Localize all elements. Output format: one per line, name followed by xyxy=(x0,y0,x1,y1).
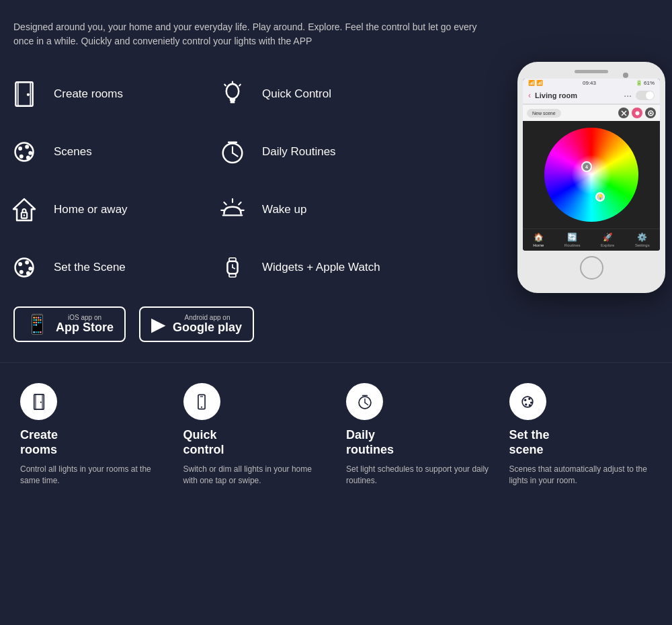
android-google-play-button[interactable]: ▶ Android app on Google play xyxy=(139,306,254,342)
svg-point-43 xyxy=(650,112,652,114)
svg-rect-4 xyxy=(230,99,235,101)
bottom-daily-routines: Daily routines Set light schedules to su… xyxy=(339,376,496,493)
svg-line-38 xyxy=(233,267,235,269)
phone-tab-explore[interactable]: 🚀 Explore xyxy=(601,233,614,247)
phone-home-button[interactable] xyxy=(580,256,603,280)
phone-wheel-dot-light: 💡 xyxy=(595,192,605,202)
svg-point-32 xyxy=(19,270,24,274)
phone-screen: 📶 📶 09:43 🔋 61% ‹ Living room ··· New sc… xyxy=(523,79,660,251)
svg-line-8 xyxy=(239,85,241,86)
svg-line-24 xyxy=(224,202,226,204)
bottom-section: Create rooms Control all lights in your … xyxy=(0,362,672,507)
palette-icon xyxy=(7,134,42,169)
bottom-quick-control-title: Quick control xyxy=(183,428,224,457)
svg-point-14 xyxy=(26,155,30,159)
svg-point-56 xyxy=(528,397,530,399)
feature-set-the-scene: Set the Scene xyxy=(7,242,202,293)
bottom-quick-control: Quick control Switch or dim all lights i… xyxy=(177,376,333,493)
svg-point-46 xyxy=(40,401,41,403)
svg-line-17 xyxy=(233,153,238,157)
svg-point-31 xyxy=(28,267,32,271)
door-icon xyxy=(7,77,42,112)
phone-toggle[interactable] xyxy=(636,91,655,100)
svg-point-13 xyxy=(19,155,24,159)
ios-phone-icon: 📱 xyxy=(26,313,49,335)
svg-rect-36 xyxy=(229,274,236,277)
phone-tab-routines[interactable]: 🔄 Routines xyxy=(564,233,581,247)
watch-icon xyxy=(215,250,250,285)
bottom-clock-icon xyxy=(346,383,383,420)
svg-point-55 xyxy=(524,399,526,401)
feature-daily-routines-label: Daily Routines xyxy=(262,145,336,159)
android-icon: ▶ xyxy=(151,313,166,335)
phone-tabs: 🏠 Home 🔄 Routines 🚀 Explore ⚙️ Settings xyxy=(523,228,660,251)
bottom-set-scene-title: Set the scene xyxy=(509,428,550,457)
feature-scenes-label: Scenes xyxy=(54,145,92,159)
svg-point-10 xyxy=(18,147,22,151)
phone-camera xyxy=(623,73,628,78)
svg-point-33 xyxy=(26,271,30,275)
svg-line-52 xyxy=(365,403,368,405)
bottom-quick-control-desc: Switch or dim all lights in your home wi… xyxy=(183,464,327,487)
phone-wheel-dot-4: 4 xyxy=(581,161,592,172)
bottom-create-rooms-title: Create rooms xyxy=(20,428,58,457)
palette2-icon xyxy=(7,250,42,285)
android-main-label: Google play xyxy=(173,321,242,335)
feature-widgets-apple-watch: Widgets + Apple Watch xyxy=(215,242,410,293)
svg-point-41 xyxy=(635,111,639,115)
bulb-icon xyxy=(215,77,250,112)
feature-set-the-scene-label: Set the Scene xyxy=(54,261,126,274)
phone-new-scene-btn[interactable]: New scene xyxy=(527,109,561,118)
svg-point-3 xyxy=(226,84,239,99)
phone-speaker xyxy=(575,70,608,73)
phone-tab-home[interactable]: 🏠 Home xyxy=(533,233,544,247)
bottom-daily-routines-title: Daily routines xyxy=(346,428,394,457)
svg-point-57 xyxy=(530,401,532,403)
svg-point-11 xyxy=(25,145,29,149)
svg-line-7 xyxy=(224,85,226,86)
phone-color-wheel-area: 4 💡 xyxy=(523,121,660,228)
svg-point-29 xyxy=(18,262,22,266)
svg-point-21 xyxy=(24,214,26,216)
home-lock-icon xyxy=(7,192,42,227)
bottom-door-icon xyxy=(20,383,57,420)
phone-menu-dots[interactable]: ··· xyxy=(624,90,632,101)
phone-tab-settings[interactable]: ⚙️ Settings xyxy=(635,233,650,247)
phone-controls: New scene xyxy=(523,105,660,121)
phone-time: 09:43 xyxy=(583,80,596,86)
feature-quick-control: Quick Control xyxy=(215,69,410,120)
ios-main-label: App Store xyxy=(56,321,114,335)
svg-point-58 xyxy=(525,403,527,405)
feature-create-rooms: Create rooms xyxy=(7,69,202,120)
bottom-create-rooms: Create rooms Control all lights in your … xyxy=(13,376,170,493)
bottom-phone-icon xyxy=(183,383,220,420)
feature-daily-routines: Daily Routines xyxy=(215,126,410,177)
svg-point-2 xyxy=(27,93,30,96)
store-buttons: 📱 iOS app on App Store ▶ Android app on … xyxy=(0,293,672,356)
phone-back-btn[interactable]: ‹ xyxy=(528,91,531,100)
svg-point-12 xyxy=(28,151,32,155)
phone-room-title: Living room xyxy=(535,91,620,99)
ios-app-store-button[interactable]: 📱 iOS app on App Store xyxy=(13,306,126,342)
svg-rect-5 xyxy=(230,101,235,103)
feature-create-rooms-label: Create rooms xyxy=(54,87,123,101)
phone-mockup: 📶 📶 09:43 🔋 61% ‹ Living room ··· New sc… xyxy=(517,62,665,293)
svg-line-25 xyxy=(239,202,241,204)
tagline: Designed around you, your home and your … xyxy=(13,20,484,48)
phone-nav-bar: ‹ Living room ··· xyxy=(523,87,660,103)
phone-status-bar: 📶 📶 09:43 🔋 61% xyxy=(523,79,660,87)
feature-wake-up: Wake up xyxy=(215,184,410,235)
feature-home-or-away: Home or away xyxy=(7,184,202,235)
svg-point-59 xyxy=(529,404,531,406)
svg-point-49 xyxy=(201,406,202,407)
bottom-set-scene: Set the scene Scenes that automatically … xyxy=(503,376,659,493)
bottom-daily-routines-desc: Set light schedules to support your dail… xyxy=(346,464,489,487)
svg-point-30 xyxy=(25,261,29,265)
bottom-create-rooms-desc: Control all lights in your rooms at the … xyxy=(20,464,163,487)
feature-quick-control-label: Quick Control xyxy=(262,87,331,101)
features-grid: Create rooms Quick Control xyxy=(7,69,410,293)
bottom-features-grid: Create rooms Control all lights in your … xyxy=(7,376,665,493)
feature-wake-up-label: Wake up xyxy=(262,203,306,216)
sunrise-icon xyxy=(215,192,250,227)
bottom-set-scene-desc: Scenes that automatically adjust to the … xyxy=(509,464,653,487)
